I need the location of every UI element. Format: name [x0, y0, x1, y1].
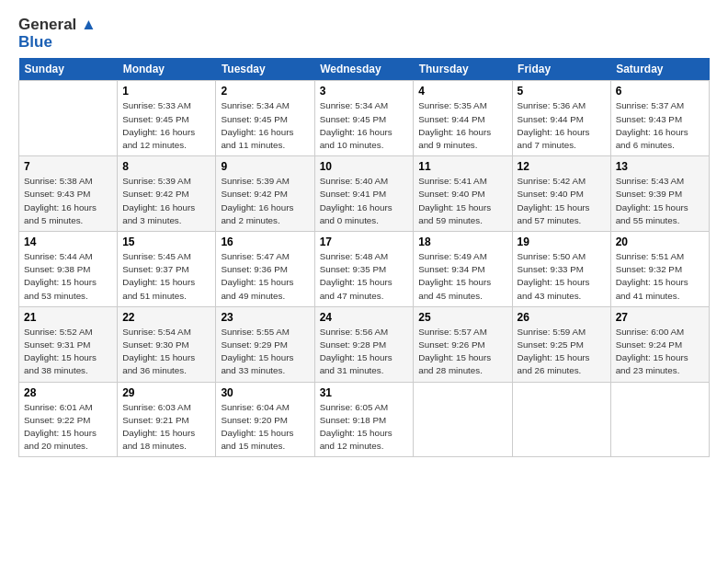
calendar-cell: 26Sunrise: 5:59 AM Sunset: 9:25 PM Dayli… [512, 306, 610, 382]
day-info: Sunrise: 5:51 AM Sunset: 9:32 PM Dayligh… [616, 250, 704, 303]
calendar-cell: 4Sunrise: 5:35 AM Sunset: 9:44 PM Daylig… [414, 81, 512, 156]
day-info: Sunrise: 5:54 AM Sunset: 9:30 PM Dayligh… [122, 326, 210, 378]
day-number: 30 [221, 386, 309, 399]
day-number: 31 [320, 386, 409, 399]
day-info: Sunrise: 5:38 AM Sunset: 9:43 PM Dayligh… [24, 175, 112, 227]
day-info: Sunrise: 5:42 AM Sunset: 9:40 PM Dayligh… [518, 175, 606, 227]
day-number: 12 [518, 160, 606, 173]
day-info: Sunrise: 6:00 AM Sunset: 9:24 PM Dayligh… [616, 326, 704, 378]
calendar-cell: 11Sunrise: 5:41 AM Sunset: 9:40 PM Dayli… [414, 156, 512, 232]
day-number: 23 [221, 311, 309, 324]
calendar-cell: 9Sunrise: 5:39 AM Sunset: 9:42 PM Daylig… [216, 156, 314, 232]
day-info: Sunrise: 5:55 AM Sunset: 9:29 PM Dayligh… [221, 326, 309, 378]
day-info: Sunrise: 5:33 AM Sunset: 9:45 PM Dayligh… [122, 99, 210, 152]
calendar-cell: 2Sunrise: 5:34 AM Sunset: 9:45 PM Daylig… [216, 81, 314, 156]
calendar-cell: 16Sunrise: 5:47 AM Sunset: 9:36 PM Dayli… [216, 232, 314, 307]
calendar-cell: 8Sunrise: 5:39 AM Sunset: 9:42 PM Daylig… [118, 156, 216, 232]
day-info: Sunrise: 5:37 AM Sunset: 9:43 PM Dayligh… [616, 99, 704, 152]
day-number: 18 [418, 236, 506, 248]
week-row-0: 1Sunrise: 5:33 AM Sunset: 9:45 PM Daylig… [19, 81, 710, 156]
day-number: 19 [518, 236, 606, 248]
day-info: Sunrise: 5:41 AM Sunset: 9:40 PM Dayligh… [418, 175, 506, 227]
day-number: 16 [221, 236, 309, 248]
day-info: Sunrise: 5:56 AM Sunset: 9:28 PM Dayligh… [320, 326, 409, 378]
page-container: General ▲ Blue SundayMondayTuesdayWednes… [0, 0, 728, 466]
calendar-cell: 3Sunrise: 5:34 AM Sunset: 9:45 PM Daylig… [314, 81, 414, 156]
weekday-header-monday: Monday [118, 58, 216, 81]
calendar-cell: 28Sunrise: 6:01 AM Sunset: 9:22 PM Dayli… [19, 382, 118, 457]
weekday-header-thursday: Thursday [414, 58, 512, 81]
calendar-cell: 19Sunrise: 5:50 AM Sunset: 9:33 PM Dayli… [512, 232, 610, 307]
logo-text: General ▲ Blue [18, 17, 97, 51]
day-info: Sunrise: 5:39 AM Sunset: 9:42 PM Dayligh… [122, 175, 210, 227]
day-number: 7 [24, 160, 112, 173]
calendar-cell: 17Sunrise: 5:48 AM Sunset: 9:35 PM Dayli… [314, 232, 414, 307]
day-info: Sunrise: 5:59 AM Sunset: 9:25 PM Dayligh… [518, 326, 606, 378]
calendar-cell: 21Sunrise: 5:52 AM Sunset: 9:31 PM Dayli… [19, 306, 118, 382]
day-number: 24 [320, 311, 409, 324]
week-row-2: 14Sunrise: 5:44 AM Sunset: 9:38 PM Dayli… [19, 232, 710, 307]
calendar-cell: 15Sunrise: 5:45 AM Sunset: 9:37 PM Dayli… [118, 232, 216, 307]
calendar-cell [414, 382, 512, 457]
day-number: 9 [221, 160, 309, 173]
calendar-cell: 6Sunrise: 5:37 AM Sunset: 9:43 PM Daylig… [610, 81, 709, 156]
calendar-cell: 10Sunrise: 5:40 AM Sunset: 9:41 PM Dayli… [314, 156, 414, 232]
day-number: 2 [221, 85, 309, 98]
calendar-cell: 27Sunrise: 6:00 AM Sunset: 9:24 PM Dayli… [610, 306, 709, 382]
calendar-cell: 22Sunrise: 5:54 AM Sunset: 9:30 PM Dayli… [118, 306, 216, 382]
day-number: 28 [24, 386, 112, 399]
weekday-header-wednesday: Wednesday [314, 58, 414, 81]
calendar-cell: 14Sunrise: 5:44 AM Sunset: 9:38 PM Dayli… [19, 232, 118, 307]
day-number: 14 [24, 236, 112, 248]
day-info: Sunrise: 5:34 AM Sunset: 9:45 PM Dayligh… [221, 99, 309, 152]
day-number: 27 [616, 311, 704, 324]
day-info: Sunrise: 5:45 AM Sunset: 9:37 PM Dayligh… [122, 250, 210, 303]
week-row-4: 28Sunrise: 6:01 AM Sunset: 9:22 PM Dayli… [19, 382, 710, 457]
day-number: 6 [616, 85, 704, 98]
day-info: Sunrise: 5:39 AM Sunset: 9:42 PM Dayligh… [221, 175, 309, 227]
week-row-1: 7Sunrise: 5:38 AM Sunset: 9:43 PM Daylig… [19, 156, 710, 232]
calendar-cell: 30Sunrise: 6:04 AM Sunset: 9:20 PM Dayli… [216, 382, 314, 457]
day-number: 29 [122, 386, 210, 399]
header: General ▲ Blue [18, 17, 710, 51]
day-info: Sunrise: 5:35 AM Sunset: 9:44 PM Dayligh… [418, 99, 506, 152]
day-info: Sunrise: 5:36 AM Sunset: 9:44 PM Dayligh… [518, 99, 606, 152]
day-info: Sunrise: 6:03 AM Sunset: 9:21 PM Dayligh… [122, 401, 210, 454]
weekday-header-row: SundayMondayTuesdayWednesdayThursdayFrid… [19, 58, 710, 81]
day-number: 21 [24, 311, 112, 324]
day-info: Sunrise: 6:01 AM Sunset: 9:22 PM Dayligh… [24, 401, 112, 454]
day-info: Sunrise: 5:49 AM Sunset: 9:34 PM Dayligh… [418, 250, 506, 303]
logo: General ▲ Blue [18, 17, 97, 51]
day-number: 10 [320, 160, 409, 173]
day-number: 22 [122, 311, 210, 324]
calendar-cell: 25Sunrise: 5:57 AM Sunset: 9:26 PM Dayli… [414, 306, 512, 382]
day-info: Sunrise: 5:50 AM Sunset: 9:33 PM Dayligh… [518, 250, 606, 303]
weekday-header-tuesday: Tuesday [216, 58, 314, 81]
calendar-cell: 23Sunrise: 5:55 AM Sunset: 9:29 PM Dayli… [216, 306, 314, 382]
day-number: 5 [518, 85, 606, 98]
day-info: Sunrise: 5:52 AM Sunset: 9:31 PM Dayligh… [24, 326, 112, 378]
calendar-cell [19, 81, 118, 156]
day-number: 20 [616, 236, 704, 248]
day-number: 1 [122, 85, 210, 98]
day-info: Sunrise: 5:43 AM Sunset: 9:39 PM Dayligh… [616, 175, 704, 227]
day-number: 25 [418, 311, 506, 324]
calendar-cell: 7Sunrise: 5:38 AM Sunset: 9:43 PM Daylig… [19, 156, 118, 232]
weekday-header-sunday: Sunday [19, 58, 118, 81]
calendar-cell: 31Sunrise: 6:05 AM Sunset: 9:18 PM Dayli… [314, 382, 414, 457]
day-info: Sunrise: 5:57 AM Sunset: 9:26 PM Dayligh… [418, 326, 506, 378]
day-info: Sunrise: 6:04 AM Sunset: 9:20 PM Dayligh… [221, 401, 309, 454]
day-number: 17 [320, 236, 409, 248]
day-info: Sunrise: 5:48 AM Sunset: 9:35 PM Dayligh… [320, 250, 409, 303]
weekday-header-saturday: Saturday [610, 58, 709, 81]
day-info: Sunrise: 5:34 AM Sunset: 9:45 PM Dayligh… [320, 99, 409, 152]
day-number: 26 [518, 311, 606, 324]
calendar-cell: 29Sunrise: 6:03 AM Sunset: 9:21 PM Dayli… [118, 382, 216, 457]
day-info: Sunrise: 6:05 AM Sunset: 9:18 PM Dayligh… [320, 401, 409, 454]
calendar-cell [610, 382, 709, 457]
day-number: 15 [122, 236, 210, 248]
week-row-3: 21Sunrise: 5:52 AM Sunset: 9:31 PM Dayli… [19, 306, 710, 382]
calendar-table: SundayMondayTuesdayWednesdayThursdayFrid… [18, 58, 710, 457]
weekday-header-friday: Friday [512, 58, 610, 81]
calendar-cell: 18Sunrise: 5:49 AM Sunset: 9:34 PM Dayli… [414, 232, 512, 307]
